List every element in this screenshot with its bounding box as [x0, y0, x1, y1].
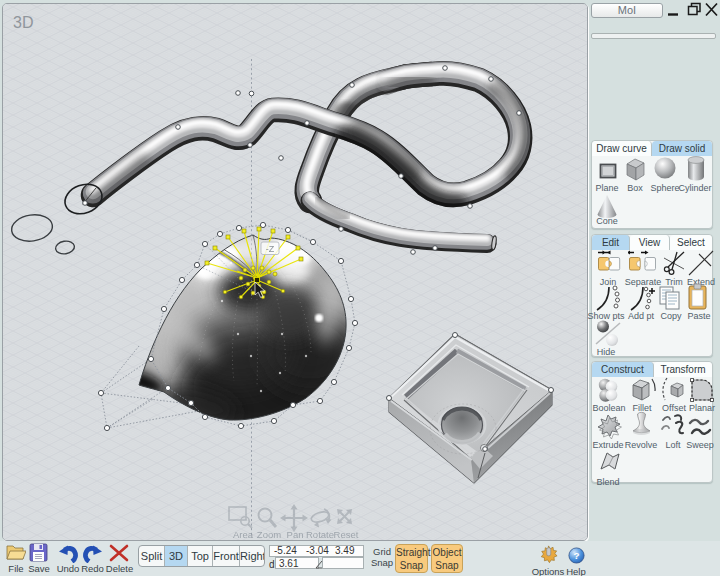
svg-text:-Z: -Z	[266, 244, 275, 254]
svg-text:?: ?	[573, 550, 579, 561]
svg-text:Reset: Reset	[334, 529, 359, 540]
svg-text:Pan: Pan	[287, 529, 304, 540]
svg-text:Area: Area	[233, 529, 254, 540]
svg-text:Zoom: Zoom	[257, 529, 281, 540]
svg-text:Rotate: Rotate	[306, 529, 334, 540]
svg-text:3D: 3D	[13, 14, 33, 31]
